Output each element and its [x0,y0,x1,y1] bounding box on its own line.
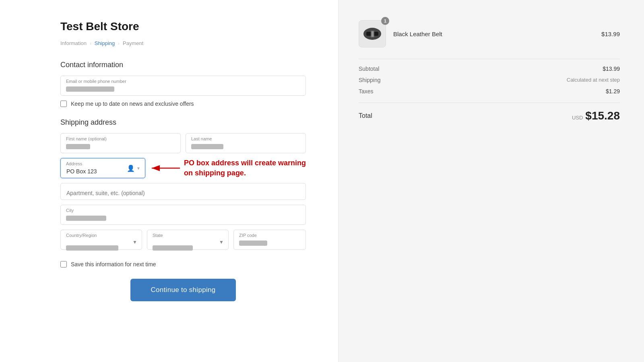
summary-divider-1 [359,59,620,59]
apt-input[interactable] [60,183,306,200]
save-info-label: Save this information for next time [71,261,156,267]
taxes-row: Taxes $1.29 [359,88,620,95]
product-row: 1 Black Leather Belt $13.99 [359,20,620,47]
belt-icon [361,25,384,43]
store-title: Test Belt Store [60,20,306,33]
breadcrumb: Information › Shipping › Payment [60,40,306,46]
first-name-field: First name (optional) [60,133,181,153]
annotation-arrow [149,162,181,174]
total-label: Total [359,112,372,119]
arrow-annotation: PO box address will create warningon shi… [149,158,306,178]
checkout-form-panel: Test Belt Store Information › Shipping ›… [0,0,338,362]
product-name: Black Leather Belt [393,31,594,37]
total-amount: $15.28 [585,109,620,122]
region-row: Country/Region ▼ State ▼ ZIP code [60,230,306,255]
order-summary-panel: 1 Black Leather Belt $13.99 Subtotal $13… [338,0,644,362]
state-select[interactable] [147,230,229,250]
newsletter-row: Keep me up to date on news and exclusive… [60,101,306,107]
breadcrumb-separator-2: › [118,41,120,46]
newsletter-label: Keep me up to date on news and exclusive… [71,101,194,107]
email-input[interactable] [60,76,306,96]
name-row: First name (optional) Last name [60,133,306,158]
city-input[interactable] [60,205,306,225]
contact-section-title: Contact information [60,61,306,69]
annotation-text: PO box address will create warningon shi… [184,158,306,178]
breadcrumb-information[interactable]: Information [60,40,87,46]
total-value-group: USD $15.28 [572,109,620,122]
newsletter-checkbox[interactable] [60,101,67,107]
subtotal-label: Subtotal [359,66,379,72]
address-icon-group: 👤 ▼ [127,165,140,172]
shipping-label: Shipping [359,77,381,83]
continue-btn-wrapper: Continue to shipping [60,279,306,301]
continue-to-shipping-button[interactable]: Continue to shipping [130,279,235,301]
product-price: $13.99 [601,31,620,37]
save-row: Save this information for next time [60,261,306,267]
shipping-row: Shipping Calculated at next step [359,77,620,83]
total-currency: USD [572,115,583,121]
shipping-section-title: Shipping address [60,118,306,127]
person-icon: 👤 [127,165,135,172]
country-field: Country/Region ▼ [60,230,142,255]
shipping-value: Calculated at next step [567,77,620,83]
taxes-value: $1.29 [606,88,620,95]
state-field: State ▼ [147,230,229,255]
save-info-checkbox[interactable] [60,261,67,267]
svg-rect-5 [372,31,374,37]
taxes-label: Taxes [359,88,374,95]
product-badge: 1 [381,17,389,25]
product-image-wrapper: 1 [359,20,386,47]
chevron-down-icon: ▼ [136,166,140,171]
city-field: City [60,205,306,225]
zip-input[interactable] [233,230,306,250]
first-name-input[interactable] [60,133,181,153]
total-row: Total USD $15.28 [359,103,620,122]
zip-field: ZIP code [233,230,306,250]
annotation-text-wrapper: PO box address will create warningon shi… [184,158,306,178]
email-field-wrapper: Email or mobile phone number [60,76,306,96]
country-select[interactable] [60,230,142,250]
apt-field [60,183,306,200]
product-image [359,20,386,47]
address-annotation-row: Address PO Box 123 👤 ▼ [60,158,306,178]
breadcrumb-separator-1: › [90,41,91,46]
last-name-field: Last name [186,133,306,153]
breadcrumb-payment[interactable]: Payment [123,40,143,46]
subtotal-row: Subtotal $13.99 [359,66,620,72]
last-name-input[interactable] [186,133,306,153]
address-field: Address PO Box 123 👤 ▼ [60,158,145,178]
subtotal-value: $13.99 [603,66,620,72]
breadcrumb-shipping[interactable]: Shipping [95,40,115,46]
